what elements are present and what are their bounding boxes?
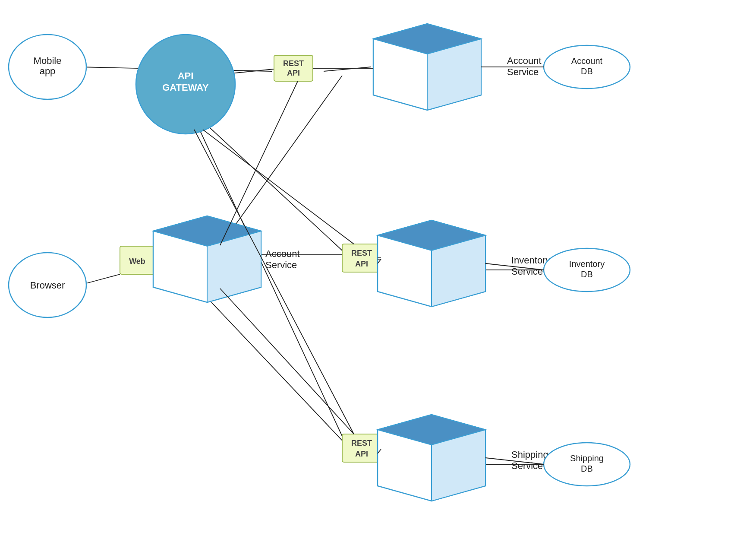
architecture-diagram: Mobile app REST API API GATEWAY Account … xyxy=(0,0,756,539)
cross-line-2 xyxy=(220,81,298,245)
inventory-db-label2: DB xyxy=(581,270,593,279)
inventory-service-label2: Service xyxy=(511,266,543,277)
account-service-top-label2: Service xyxy=(507,67,539,77)
account-db-label2: DB xyxy=(581,67,593,76)
rest-api-bot-text2: API xyxy=(355,450,368,458)
line-web-account-to-rest-top-cross xyxy=(220,76,342,246)
rest-api-gateway-text2: API xyxy=(287,69,300,77)
mobile-app-label2: app xyxy=(40,66,56,76)
inventory-service-label1: Inventory xyxy=(511,255,551,266)
account-service-bot-label2: Service xyxy=(265,260,297,270)
web-label: Web xyxy=(129,257,145,266)
shipping-db-label2: DB xyxy=(581,464,593,473)
rest-api-mid-text2: API xyxy=(355,260,368,268)
shipping-service-label2: Service xyxy=(511,460,543,471)
mobile-app-label: Mobile xyxy=(34,55,62,66)
cross-line-3 xyxy=(220,289,354,434)
api-gateway-label1: API xyxy=(178,70,194,81)
line-web-account-to-rest-bot xyxy=(211,302,342,441)
rest-api-mid-text1: REST xyxy=(351,249,372,257)
line-rest-to-account-top xyxy=(324,67,371,71)
account-service-bot-label1: Account xyxy=(265,248,300,259)
rest-api-gateway-text1: REST xyxy=(283,59,304,68)
rest-api-bot-text1: REST xyxy=(351,439,372,447)
shipping-service-label1: Shipping xyxy=(511,449,548,460)
account-service-top-label1: Account xyxy=(507,55,542,66)
shipping-db-label1: Shipping xyxy=(570,453,604,463)
account-db-label1: Account xyxy=(571,56,603,66)
browser-label: Browser xyxy=(30,280,65,291)
api-gateway-label2: GATEWAY xyxy=(162,82,209,93)
inventory-db-label1: Inventory xyxy=(569,259,605,269)
